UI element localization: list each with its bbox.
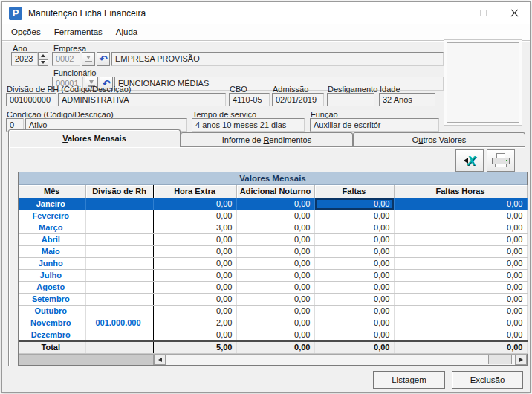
cell-value[interactable]: 0,00 [153,329,236,341]
cell-divisao[interactable] [85,329,153,341]
table-row[interactable]: Dezembro0,000,000,000,00 [19,329,527,341]
cell-divisao[interactable] [85,210,153,222]
empresa-lookup-button[interactable] [82,52,95,66]
cell-value[interactable]: 0,00 [314,317,394,329]
table-row[interactable]: Março3,000,000,000,00 [19,222,527,233]
cell-value[interactable]: 0,00 [236,210,314,222]
spin-down-icon[interactable] [38,59,48,67]
table-row[interactable]: Setembro0,000,000,000,00 [19,293,527,305]
cell-value[interactable]: 0,00 [314,257,394,269]
cell-value[interactable]: 0,00 [314,245,394,257]
tab-valores-mensais[interactable]: Valores Mensais [8,129,181,147]
cell-divisao[interactable] [85,281,153,293]
cell-value[interactable]: 0,00 [153,269,236,281]
listagem-button[interactable]: Listagem [373,371,445,389]
spin-up-icon[interactable] [38,52,48,59]
cell-month[interactable]: Abril [19,233,85,245]
cell-value[interactable]: 0,00 [153,257,236,269]
cell-value[interactable]: 0,00 [314,269,394,281]
cell-value[interactable]: 0,00 [236,257,314,269]
cell-value[interactable]: 0,00 [236,233,314,245]
cell-month[interactable]: Março [19,222,85,233]
cell-value[interactable]: 0,00 [236,305,314,317]
cell-value[interactable]: 0,00 [394,317,527,329]
cell-month[interactable]: Maio [19,245,85,257]
table-row[interactable]: Novembro001.000.0002,000,000,000,00 [19,317,527,329]
tab-outros-valores[interactable]: Outros Valores [353,132,525,147]
cell-divisao[interactable] [85,269,153,281]
cell-value[interactable]: 0,00 [153,281,236,293]
cell-value[interactable]: 0,00 [153,293,236,305]
cell-value[interactable]: 0,00 [314,329,394,341]
cell-value[interactable]: 0,00 [236,293,314,305]
cell-divisao[interactable]: 001.000.000 [85,317,153,329]
export-excel-button[interactable]: X [455,149,484,172]
table-row[interactable]: Janeiro0,000,000,000,00 [19,198,527,210]
cell-value[interactable]: 3,00 [153,222,236,233]
menu-opcoes[interactable]: Opções [4,24,48,40]
cell-value[interactable]: 0,00 [394,245,527,257]
cell-divisao[interactable] [85,257,153,269]
cell-value[interactable]: 0,00 [236,329,314,341]
cell-value[interactable]: 0,00 [394,293,527,305]
cell-value[interactable]: 0,00 [394,222,527,233]
cell-value[interactable]: 0,00 [236,269,314,281]
cell-value[interactable]: 2,00 [153,317,236,329]
cell-value[interactable]: 0,00 [314,222,394,233]
exclusao-button[interactable]: Exclusão [452,371,523,389]
ano-field[interactable]: 2023 [11,52,38,66]
cell-divisao[interactable] [85,233,153,245]
empresa-undo-button[interactable]: ↶ [97,52,110,66]
cell-value[interactable]: 0,00 [314,210,394,222]
cell-value[interactable]: 0,00 [394,305,527,317]
cell-month[interactable]: Agosto [19,281,85,293]
table-row[interactable]: Junho0,000,000,000,00 [19,257,527,269]
cell-month[interactable]: Setembro [19,293,85,305]
table-row[interactable]: Maio0,000,000,000,00 [19,245,527,257]
cell-value[interactable]: 0,00 [394,257,527,269]
cell-divisao[interactable] [85,198,153,210]
cell-value[interactable]: 0,00 [236,281,314,293]
horizontal-scrollbar[interactable] [19,354,527,365]
cell-value[interactable]: 0,00 [236,222,314,233]
tab-informe-rendimentos[interactable]: Informe de Rendimentos [181,132,353,147]
scroll-right-button[interactable] [515,355,527,365]
cell-value[interactable]: 0,00 [236,245,314,257]
cell-value[interactable]: 0,00 [314,281,394,293]
cell-divisao[interactable] [85,222,153,233]
cell-month[interactable]: Julho [19,269,85,281]
cell-value[interactable]: 0,00 [314,233,394,245]
ano-spinner[interactable] [38,52,48,66]
cell-value[interactable]: 0,00 [394,233,527,245]
table-row[interactable]: Outubro0,000,000,000,00 [19,305,527,317]
cell-month[interactable]: Novembro [19,317,85,329]
maximize-button[interactable] [467,2,499,24]
cell-value[interactable]: 0,00 [314,305,394,317]
menu-ferramentas[interactable]: Ferramentas [48,24,109,40]
cell-value[interactable]: 0,00 [236,198,314,210]
menu-ajuda[interactable]: Ajuda [109,24,144,40]
cell-value[interactable]: 0,00 [236,317,314,329]
close-button[interactable] [499,2,530,24]
table-row[interactable]: Agosto0,000,000,000,00 [19,281,527,293]
cell-month[interactable]: Dezembro [19,329,85,341]
scrollbar-track[interactable] [166,355,515,365]
cell-divisao[interactable] [85,245,153,257]
cell-value[interactable]: 0,00 [153,210,236,222]
minimize-button[interactable] [436,2,467,24]
cell-value[interactable]: 0,00 [153,305,236,317]
cell-value[interactable]: 0,00 [394,281,527,293]
scroll-left-button[interactable] [154,355,166,365]
cell-value[interactable]: 0,00 [314,293,394,305]
cell-value[interactable]: 0,00 [314,198,394,210]
cell-value[interactable]: 0,00 [394,269,527,281]
scrollbar-thumb[interactable] [488,355,512,364]
cell-month[interactable]: Outubro [19,305,85,317]
table-row[interactable]: Julho0,000,000,000,00 [19,269,527,281]
cell-value[interactable]: 0,00 [394,329,527,341]
cell-divisao[interactable] [85,305,153,317]
table-row[interactable]: Fevereiro0,000,000,000,00 [19,210,527,222]
empresa-code-field[interactable]: 0002 [52,52,80,66]
cell-value[interactable]: 0,00 [153,233,236,245]
cell-value[interactable]: 0,00 [394,198,527,210]
